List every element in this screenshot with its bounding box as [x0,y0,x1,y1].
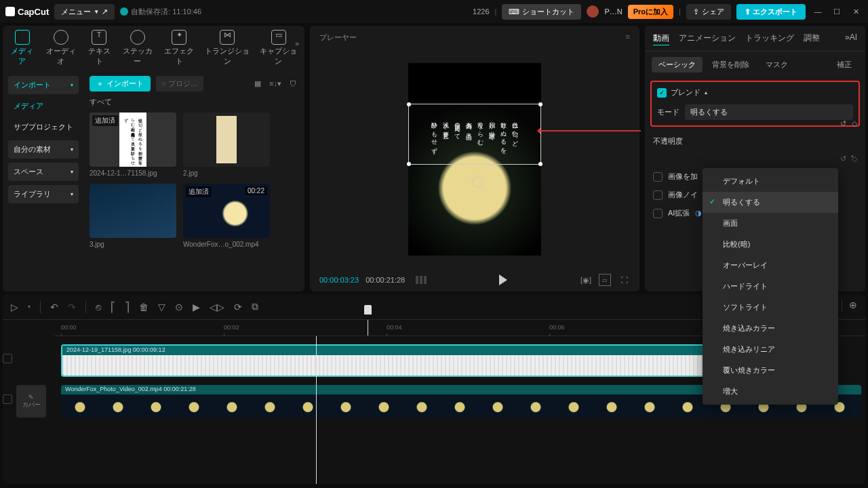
subtab-bgremove[interactable]: 背景を削除 [705,57,756,73]
user-name: P…N [604,7,622,16]
tab-adjust[interactable]: 調整 [804,33,820,44]
tab-tracking[interactable]: トラッキング [745,33,794,44]
check-icon [120,7,128,16]
share-button[interactable]: ⇪ シェア [686,4,731,20]
keyframe-icon[interactable]: ◇ [852,119,857,128]
rotate-handle[interactable] [472,177,483,188]
playhead-line[interactable] [316,336,317,484]
menu-button[interactable]: メニュー▼↗ [54,4,115,20]
tab-text[interactable]: Tテキスト [86,30,112,66]
upgrade-count: 1226 [473,7,489,16]
select-tool[interactable]: ▷ [11,302,18,312]
tab-transition[interactable]: ⋈トランジション [205,30,250,66]
tab-video[interactable]: 動画 [653,33,669,44]
player-viewport[interactable]: 色は匂へど 散りぬるを 我が世誰ぞ 常ならむ 有為の奥山 今日越えて 浅き夢見じ… [310,49,639,268]
preview-quality-icon[interactable]: [◉] [580,274,592,286]
ratio-icon[interactable]: ▭ [599,274,611,286]
mirror-tool[interactable]: ◁▷ [210,302,224,312]
pro-join-button[interactable]: Proに加入 [628,5,673,19]
tab-animation[interactable]: アニメーション [679,33,736,44]
sidebar-media[interactable]: メディア [8,98,79,114]
keyframe-icon[interactable]: ◇ [852,155,857,163]
checkbox[interactable] [653,172,663,182]
annotation-arrow [539,130,641,131]
search-input[interactable]: ○ プロジ… [156,76,203,92]
subtab-correct[interactable]: 補正 [830,57,859,73]
shortcut-button[interactable]: ⌨ ショートカット [502,4,581,20]
playhead[interactable] [368,320,368,336]
track-lock[interactable] [3,394,12,404]
dropdown-item[interactable]: 焼き込みカラー [703,318,838,339]
checkbox[interactable] [653,190,663,200]
media-item[interactable]: 2.jpg [183,113,270,177]
dropdown-item[interactable]: 覆い焼きカラー [703,360,838,381]
cover-button[interactable]: ✎カバー [16,385,46,418]
zoom-reset-icon[interactable]: ⊕ [849,300,857,314]
undo-button[interactable]: ↶ [50,302,58,312]
dropdown-item[interactable]: 画面 [703,213,838,234]
blend-mode-select[interactable]: 明るくする [685,104,853,120]
filter-icon[interactable]: ⛉ [287,78,299,90]
redo-button[interactable]: ↷ [68,302,76,312]
autosave-status: 自動保存済: 11:10:46 [120,7,201,17]
tab-media[interactable]: メディア [9,30,35,66]
sidebar-library[interactable]: ライブラリ▾ [8,185,79,203]
maximize-button[interactable]: ☐ [830,7,844,16]
trim-right-tool[interactable]: ⎤ [125,302,130,312]
marker-tool[interactable]: ▽ [158,302,165,312]
dropdown-item[interactable]: ソフトライト [703,297,838,318]
tab-effect[interactable]: ✦エフェクト [163,30,195,66]
tab-audio[interactable]: オーディオ [45,30,77,66]
reset-icon[interactable]: ↺ [840,155,846,163]
split-tool[interactable]: ⎋ [96,302,101,312]
blend-checkbox[interactable]: ✓ [657,88,667,98]
sidebar-subproject[interactable]: サブプロジェクト [8,118,79,136]
rotate-tool[interactable]: ⟳ [234,302,242,312]
subtab-mask[interactable]: マスク [759,57,795,73]
dropdown-item[interactable]: 明るくする [703,192,838,213]
play-button[interactable] [499,274,507,285]
record-tool[interactable]: ⊙ [175,302,183,312]
crop-tool[interactable]: ⧉ [252,301,258,312]
keyboard-icon: ⌨ [509,7,519,16]
grid-view-icon[interactable]: ▦ [252,78,264,90]
sidebar-space[interactable]: スペース▾ [8,163,79,181]
track-lock[interactable] [3,354,12,363]
sidebar-myassets[interactable]: 自分の素材▾ [8,140,79,159]
dropdown-item[interactable]: オーバーレイ [703,255,838,276]
subtab-basic[interactable]: ベーシック [652,57,703,73]
tool-tabs: メディア オーディオ Tテキスト ステッカー ✦エフェクト ⋈トランジション ▭… [3,26,304,70]
import-button[interactable]: ＋インポート [90,76,151,92]
export-button[interactable]: ⬆ エクスポート [736,4,806,20]
reset-icon[interactable]: ↺ [840,119,846,128]
selected-overlay[interactable]: 色は匂へど 散りぬるを 我が世誰ぞ 常ならむ 有為の奥山 今日越えて 浅き夢見じ… [408,104,541,165]
dropdown-item[interactable]: デフォルト [703,171,838,192]
speed-tool[interactable]: ▶ [193,302,200,312]
dropdown-item[interactable]: 焼き込みリニア [703,339,838,360]
dropdown-item[interactable]: 増大 [703,381,838,402]
trim-left-tool[interactable]: ⎡ [111,302,115,312]
dropdown-item[interactable]: ハードライト [703,276,838,297]
delete-tool[interactable]: 🗑 [139,302,149,312]
tab-ai[interactable]: »AI [845,33,857,44]
sort-icon[interactable]: ≡↓▾ [269,78,281,90]
minimize-button[interactable]: — [811,7,825,16]
sidebar-import[interactable]: インポート▾ [8,76,79,94]
player-menu-icon[interactable]: ≡ [626,33,630,43]
player-controls: 00:00:03:23 00:00:21:28 [◉] ▭ ⛶ [310,268,639,291]
dropdown-item[interactable]: 比較(暗) [703,234,838,255]
export-icon: ⬆ [745,7,751,16]
user-avatar[interactable] [587,5,599,18]
filter-all[interactable]: すべて [90,97,299,107]
collapse-icon[interactable]: ▴ [705,89,707,96]
fullscreen-icon[interactable]: ⛶ [618,274,630,286]
media-item[interactable]: 色は匂へど散りぬるを我が世誰ぞ常ならむ有為の奥山今日越えて浅き夢見じ酔ひもせず追… [90,113,176,177]
tab-sticker[interactable]: ステッカー [121,30,153,66]
caption-icon: ▭ [271,30,286,45]
tab-caption[interactable]: ▭キャプション [259,30,298,66]
expand-icon[interactable]: » [295,39,299,47]
checkbox[interactable] [653,209,663,218]
media-item[interactable]: 3.jpg [90,184,176,248]
close-button[interactable]: ✕ [849,7,863,16]
media-item[interactable]: 追加済00:22 WonderFox…o_002.mp4 [183,184,270,248]
